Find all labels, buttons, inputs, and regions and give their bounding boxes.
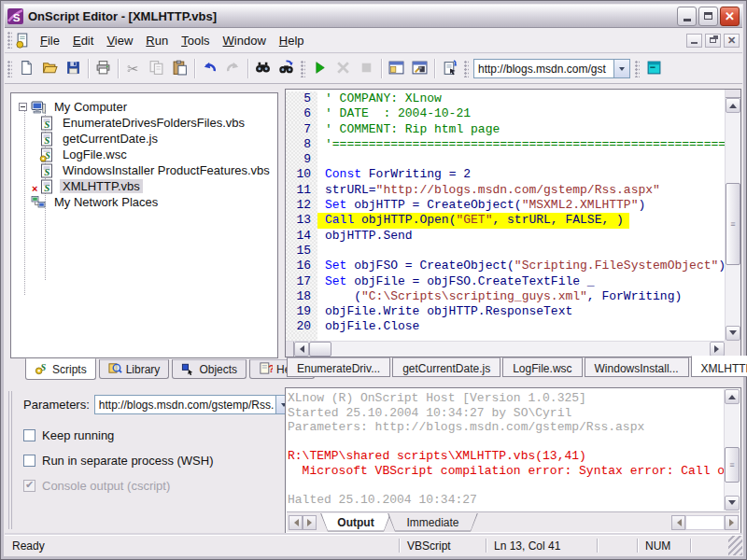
paste-button[interactable] <box>168 58 191 80</box>
toggle-tools-panel-button[interactable] <box>408 58 431 80</box>
code-editor[interactable]: 5' COMPANY: XLnow6' DATE : 2004-10-217' … <box>285 89 741 357</box>
tree-item-enumeratedrivesfoldersfiles-vbs[interactable]: SEnumerateDrivesFoldersFiles.vbs <box>11 115 277 131</box>
code-line[interactable]: 12Set objHTTP = CreateObject("MSXML2.XML… <box>286 198 725 213</box>
scroll-left-button[interactable] <box>294 342 309 357</box>
scroll-right-button[interactable] <box>710 342 725 357</box>
undo-button[interactable] <box>198 58 221 80</box>
tree-item-my-computer[interactable]: My Computer <box>11 99 277 115</box>
scroll-up-button[interactable] <box>725 389 740 404</box>
tab-scroll-left-button[interactable] <box>289 515 303 530</box>
scroll-thumb[interactable]: ≡ <box>725 447 740 483</box>
splitter-box[interactable] <box>286 342 294 357</box>
doc-tab-xmlhttp-vbs[interactable]: XMLHTTP.vbs <box>691 356 747 377</box>
mdi-minimize-button[interactable] <box>686 34 702 48</box>
doc-tab-enumeratedriv[interactable]: EnumerateDriv... <box>287 357 390 377</box>
toolbar-grip[interactable] <box>464 61 469 77</box>
output-horizontal-scrollbar[interactable] <box>671 515 739 530</box>
tree-item-getcurrentdate-js[interactable]: SgetCurrentDate.js <box>11 131 277 147</box>
toolbar-grip[interactable] <box>7 61 12 77</box>
code-line[interactable]: 10Const ForWriting = 2 <box>286 167 725 182</box>
editor-horizontal-scrollbar[interactable] <box>286 341 725 357</box>
scroll-up-button[interactable] <box>726 98 740 113</box>
scroll-down-button[interactable] <box>725 496 740 511</box>
code-line[interactable]: 20objFile.Close <box>286 319 725 334</box>
tab-scroll-right-button[interactable] <box>303 515 317 530</box>
tab-output[interactable]: Output <box>320 513 391 532</box>
mdi-close-button[interactable]: ✕ <box>724 34 740 48</box>
splitter-box[interactable] <box>726 90 740 98</box>
output-text[interactable]: XLnow (R) OnScript Host [Version 1.0.325… <box>288 391 724 509</box>
scroll-thumb[interactable] <box>309 342 331 357</box>
find-next-button[interactable] <box>275 58 298 80</box>
code-line[interactable]: 18 ("C:\Scripts\scripting_guys.xml", For… <box>286 289 725 304</box>
menu-run[interactable]: Run <box>139 30 175 51</box>
doc-tab-getcurrentdate-js[interactable]: getCurrentDate.js <box>392 357 500 377</box>
tree-item-my-network-places[interactable]: My Network Places <box>11 194 277 210</box>
editor-vertical-scrollbar[interactable]: ≡ <box>725 90 740 341</box>
checkbox-keep-running[interactable]: Keep running <box>23 428 114 442</box>
url-combobox[interactable]: http://blogs.msdn.com/gst <box>473 59 630 78</box>
find-button[interactable] <box>251 58 275 80</box>
code-line[interactable]: 8'======================================… <box>286 137 725 152</box>
svg-text:S: S <box>44 134 49 146</box>
code-line[interactable]: 9 <box>286 152 725 167</box>
mdi-restore-button[interactable] <box>705 34 721 48</box>
console-window-button[interactable] <box>642 58 666 80</box>
open-file-button[interactable] <box>38 58 62 80</box>
code-line[interactable]: 7' COMMENT: Rip html page <box>286 122 725 137</box>
resize-grip[interactable] <box>728 536 742 555</box>
code-line[interactable]: 17Set objFile = objFSO.CreateTextFile _ <box>286 274 725 289</box>
menu-window[interactable]: Window <box>217 30 273 51</box>
new-file-button[interactable] <box>15 58 38 80</box>
toolbar-grip[interactable] <box>7 32 12 49</box>
run-script-button[interactable] <box>308 58 331 80</box>
properties-button[interactable] <box>438 58 461 80</box>
checkbox-console-output-cscript[interactable]: ✔Console output (cscript) <box>23 479 170 493</box>
parameters-combobox[interactable]: http://blogs.msdn.com/gstemp/Rss. <box>94 395 292 414</box>
code-line[interactable]: 11strURL="http://blogs.msdn.com/gstemp/R… <box>286 183 725 198</box>
redo-icon <box>225 60 241 78</box>
checkbox-run-in-separate-process-wsh[interactable]: Run in separate process (WSH) <box>23 454 214 468</box>
checkbox-box[interactable] <box>23 455 35 467</box>
code-line[interactable]: 6' DATE : 2004-10-21 <box>286 106 725 121</box>
code-line[interactable]: 5' COMPANY: XLnow <box>286 91 725 106</box>
toolbar-grip[interactable] <box>635 61 640 77</box>
doc-tab-windowsinstall[interactable]: WindowsInstall... <box>585 357 689 377</box>
code-line[interactable]: 15 <box>286 244 725 259</box>
scroll-right-button[interactable] <box>725 515 739 530</box>
minimize-button[interactable] <box>677 7 697 26</box>
tree-item-logfile-wsc[interactable]: SLogFile.wsc <box>11 147 277 162</box>
tree-item-xmlhttp-vbs[interactable]: ×SXMLHTTP.vbs <box>11 178 277 194</box>
close-button[interactable]: ✕ <box>720 7 740 26</box>
toolbar-grip[interactable] <box>301 61 305 77</box>
save-button[interactable] <box>62 58 85 80</box>
output-line: Parameters: http://blogs.msdn.com/gstemp… <box>288 420 724 435</box>
scroll-thumb[interactable]: ≡ <box>726 183 740 265</box>
code-area[interactable]: 5' COMPANY: XLnow6' DATE : 2004-10-217' … <box>286 90 725 341</box>
code-line[interactable]: 19objFile.Write objHTTP.ResponseText <box>286 304 725 319</box>
print-button[interactable] <box>92 58 115 80</box>
code-line[interactable]: 14objHTTP.Send <box>286 229 725 244</box>
menu-tools[interactable]: Tools <box>175 30 216 51</box>
url-combobox-dropdown[interactable] <box>613 60 629 77</box>
menu-view[interactable]: View <box>100 30 139 51</box>
tree-item-windowsinstaller-productfeatures-vbs[interactable]: SWindowsInstaller ProductFeatures.vbs <box>11 162 277 178</box>
menu-help[interactable]: Help <box>273 30 311 51</box>
checkbox-box[interactable] <box>23 429 35 441</box>
tab-library[interactable]: Library <box>99 359 170 379</box>
toggle-project-panel-button[interactable] <box>385 58 408 80</box>
doc-tab-logfile-wsc[interactable]: LogFile.wsc <box>502 357 582 377</box>
tree-expander[interactable] <box>19 103 27 111</box>
tab-scripts[interactable]: SScripts <box>25 358 96 380</box>
menu-edit[interactable]: Edit <box>66 30 100 51</box>
scroll-left-button[interactable] <box>671 515 685 530</box>
output-vertical-scrollbar[interactable]: ≡ <box>724 389 740 511</box>
menu-file[interactable]: File <box>34 30 66 51</box>
maximize-button[interactable] <box>698 7 718 26</box>
code-line-text: ' DATE : 2004-10-21 <box>317 106 476 121</box>
code-line[interactable]: 13Call objHTTP.Open("GET", strURL, FALSE… <box>286 213 725 228</box>
scroll-down-button[interactable] <box>726 326 740 341</box>
tab-immediate[interactable]: Immediate <box>388 513 478 532</box>
tab-objects[interactable]: Objects <box>172 359 247 379</box>
code-line[interactable]: 16Set objFSO = CreateObject("Scripting.F… <box>286 259 725 273</box>
